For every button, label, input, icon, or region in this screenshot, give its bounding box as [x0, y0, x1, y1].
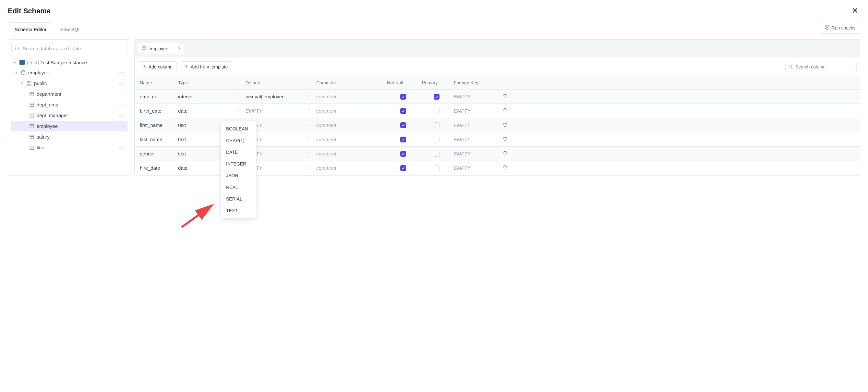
trash-icon [502, 108, 508, 114]
delete-row-button[interactable] [499, 136, 512, 143]
type-value: text [178, 137, 186, 142]
column-search-input[interactable] [785, 62, 857, 72]
fk-empty: EMPTY [454, 122, 471, 128]
tree-table-salary[interactable]: salary ··· [11, 131, 127, 142]
comment-placeholder: comment [316, 151, 336, 156]
primary-checkbox[interactable] [434, 165, 439, 171]
cell-foreign-key[interactable]: EMPTY [454, 94, 496, 99]
default-value: nextval('employee... [246, 94, 289, 99]
play-circle-icon [825, 25, 830, 31]
cell-comment[interactable]: comment [316, 165, 384, 171]
run-checks-button[interactable]: Run checks [820, 22, 860, 34]
svg-rect-7 [30, 92, 34, 96]
not-null-checkbox[interactable] [400, 94, 406, 100]
cell-primary [422, 137, 451, 143]
cell-comment[interactable]: comment [316, 94, 384, 99]
not-null-checkbox[interactable] [400, 137, 406, 143]
close-button[interactable] [850, 5, 860, 17]
close-icon [178, 46, 181, 51]
cell-comment[interactable]: comment [316, 151, 384, 156]
more-icon[interactable]: ··· [118, 101, 126, 108]
more-icon[interactable]: ··· [118, 133, 126, 140]
not-null-checkbox[interactable] [400, 108, 406, 114]
svg-rect-22 [30, 146, 34, 149]
not-null-checkbox[interactable] [400, 151, 406, 157]
primary-checkbox[interactable] [434, 137, 439, 143]
file-tab-employee[interactable]: employee [138, 43, 185, 54]
more-icon[interactable]: ··· [118, 91, 126, 97]
add-column-button[interactable]: Add column [138, 61, 177, 72]
type-option-date[interactable]: DATE [221, 146, 256, 158]
more-icon[interactable]: ··· [118, 123, 126, 129]
tree-table-employee[interactable]: employee ··· [11, 121, 127, 131]
delete-row-button[interactable] [499, 122, 512, 128]
cell-foreign-key[interactable]: EMPTY [454, 151, 496, 156]
tree-table-dept-manager[interactable]: dept_manager ··· [11, 110, 127, 121]
cell-type[interactable]: integer [178, 94, 243, 99]
more-icon[interactable]: ··· [118, 112, 126, 119]
postgres-icon [19, 59, 25, 65]
delete-row-button[interactable] [499, 151, 512, 157]
sidebar-search-input[interactable] [11, 43, 127, 54]
cell-default[interactable]: nextval('employee... [246, 94, 314, 99]
tree-table-title[interactable]: title ··· [11, 142, 127, 153]
default-empty: EMPTY [246, 108, 262, 114]
svg-rect-6 [30, 84, 31, 85]
cell-foreign-key[interactable]: EMPTY [454, 165, 496, 171]
cell-comment[interactable]: comment [316, 108, 384, 114]
type-value: date [178, 165, 187, 171]
cell-name[interactable]: first_name [140, 122, 176, 128]
more-icon[interactable]: ··· [118, 144, 126, 151]
cell-name[interactable]: hire_date [140, 165, 176, 171]
tab-raw-sql[interactable]: Raw SQL [53, 22, 88, 36]
cell-type[interactable]: date [178, 108, 243, 114]
type-option-integer[interactable]: INTEGER [221, 158, 256, 170]
type-option-json[interactable]: JSON [221, 170, 256, 179]
chevron-updown-icon [307, 151, 311, 156]
add-from-template-button[interactable]: Add from template [180, 61, 232, 72]
more-icon[interactable]: ··· [118, 80, 126, 87]
file-tab-close-button[interactable] [171, 46, 181, 51]
primary-checkbox[interactable] [434, 108, 439, 114]
editor-body: ▼ (Test) Test Sample Instance ▼ employee… [0, 36, 868, 179]
cell-foreign-key[interactable]: EMPTY [454, 108, 496, 114]
type-option-char1[interactable]: CHAR(1) [221, 135, 256, 146]
delete-row-button[interactable] [499, 93, 512, 100]
chevron-down-icon: ▼ [20, 82, 24, 85]
more-icon[interactable]: ··· [118, 69, 126, 76]
cell-name[interactable]: gender [140, 151, 176, 156]
schema-icon [26, 81, 32, 86]
not-null-checkbox[interactable] [400, 122, 406, 128]
primary-checkbox[interactable] [434, 122, 439, 128]
cell-comment[interactable]: comment [316, 137, 384, 142]
primary-checkbox[interactable] [434, 94, 439, 100]
cell-name[interactable]: birth_date [140, 108, 176, 114]
tree-instance[interactable]: ▼ (Test) Test Sample Instance [11, 57, 127, 67]
cell-default[interactable]: EMPTY [246, 108, 314, 114]
svg-rect-25 [142, 47, 146, 49]
type-value: text [178, 151, 186, 156]
tree-table-department[interactable]: department ··· [11, 89, 127, 99]
delete-row-button[interactable] [499, 108, 512, 114]
fk-empty: EMPTY [454, 94, 471, 99]
tab-schema-editor[interactable]: Schema Editor [8, 22, 53, 36]
comment-placeholder: comment [316, 108, 336, 114]
modal-title: Edit Schema [8, 7, 51, 15]
cell-foreign-key[interactable]: EMPTY [454, 122, 496, 128]
table-icon [29, 123, 35, 129]
tree-database-employee[interactable]: ▼ employee ··· [11, 67, 127, 78]
not-null-checkbox[interactable] [400, 165, 406, 171]
delete-row-button[interactable] [499, 165, 512, 171]
cell-comment[interactable]: comment [316, 122, 384, 128]
cell-name[interactable]: emp_no [140, 94, 176, 99]
primary-checkbox[interactable] [434, 151, 439, 157]
tabs-list: Schema Editor Raw SQL [8, 22, 88, 36]
cell-primary [422, 122, 451, 128]
tree-schema-public[interactable]: ▼ public ··· [11, 78, 127, 89]
tree-label: employee [37, 123, 116, 129]
cell-name[interactable]: last_name [140, 137, 176, 142]
cell-foreign-key[interactable]: EMPTY [454, 137, 496, 142]
table-icon [29, 145, 35, 151]
tree-table-dept-emp[interactable]: dept_emp ··· [11, 99, 127, 110]
type-option-boolean[interactable]: BOOLEAN [221, 123, 256, 135]
